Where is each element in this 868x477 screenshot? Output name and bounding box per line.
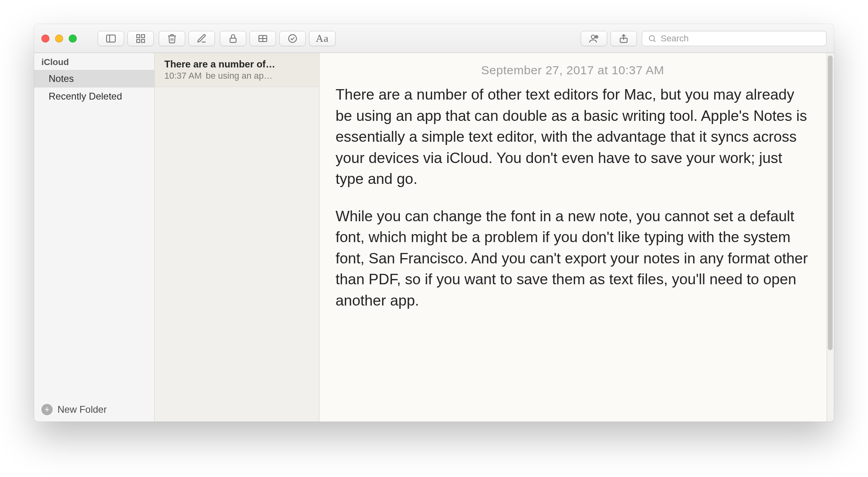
window-body: iCloud Notes Recently Deleted + New Fold… — [34, 53, 834, 422]
note-editor[interactable]: September 27, 2017 at 10:37 AM There are… — [319, 53, 834, 422]
svg-rect-2 — [137, 35, 140, 38]
table-icon — [258, 33, 268, 44]
format-icon: Aa — [316, 33, 329, 45]
share-icon — [618, 33, 629, 44]
sidebar-item-recently-deleted[interactable]: Recently Deleted — [34, 88, 154, 105]
svg-rect-6 — [230, 38, 236, 42]
sidebar-item-label: Notes — [49, 73, 74, 84]
note-item-preview: be using an ap… — [206, 71, 272, 81]
share-button[interactable] — [610, 31, 637, 46]
toolbar-group-note: Aa — [220, 31, 336, 46]
checklist-icon — [287, 33, 298, 44]
search-field[interactable] — [642, 31, 827, 46]
note-paragraph[interactable]: There are a number of other text editors… — [336, 84, 810, 190]
lock-icon — [228, 33, 238, 44]
add-people-button[interactable] — [581, 31, 607, 46]
sidebar-item-label: Recently Deleted — [49, 91, 122, 102]
note-item-time: 10:37 AM — [164, 71, 202, 81]
sidebar-item-notes[interactable]: Notes — [34, 70, 154, 88]
svg-rect-3 — [141, 35, 145, 38]
grid-icon — [135, 33, 146, 44]
sidebar-icon — [106, 33, 116, 44]
note-item-title: There are a number of… — [164, 59, 309, 70]
note-editor-content[interactable]: September 27, 2017 at 10:37 AM There are… — [319, 53, 826, 422]
minimize-button[interactable] — [55, 35, 63, 43]
plus-circle-icon: + — [41, 404, 53, 415]
svg-rect-5 — [141, 39, 145, 43]
close-button[interactable] — [41, 35, 49, 43]
new-folder-button[interactable]: + New Folder — [34, 398, 154, 422]
zoom-button[interactable] — [69, 35, 77, 43]
toolbar-group-share — [581, 31, 637, 46]
delete-note-button[interactable] — [159, 31, 185, 46]
svg-point-16 — [649, 35, 655, 41]
checklist-button[interactable] — [279, 31, 306, 46]
trash-icon — [167, 33, 177, 44]
person-add-icon — [589, 33, 599, 44]
folder-sidebar: iCloud Notes Recently Deleted + New Fold… — [34, 53, 155, 422]
svg-point-11 — [592, 35, 595, 39]
note-list-item[interactable]: There are a number of… 10:37 AM be using… — [155, 53, 319, 87]
editor-scrollbar[interactable] — [827, 53, 834, 422]
search-icon — [648, 34, 657, 43]
scrollbar-thumb[interactable] — [828, 55, 833, 350]
note-list: There are a number of… 10:37 AM be using… — [155, 53, 319, 422]
toolbar-group-view — [98, 31, 154, 46]
svg-rect-0 — [106, 35, 115, 42]
notes-window: Aa iCloud No — [34, 24, 834, 422]
new-folder-label: New Folder — [57, 404, 107, 415]
lock-note-button[interactable] — [220, 31, 246, 46]
note-item-meta: 10:37 AM be using an ap… — [164, 71, 309, 81]
note-body[interactable]: There are a number of other text editors… — [336, 84, 810, 311]
sidebar-section-header: iCloud — [34, 53, 154, 70]
svg-line-17 — [654, 40, 655, 42]
compose-icon — [197, 33, 207, 44]
stage: Aa iCloud No — [0, 0, 868, 477]
gallery-view-button[interactable] — [127, 31, 154, 46]
window-controls — [41, 35, 77, 43]
new-note-button[interactable] — [188, 31, 215, 46]
toolbar-group-edit — [159, 31, 215, 46]
format-button[interactable]: Aa — [309, 31, 336, 46]
titlebar: Aa — [34, 24, 834, 53]
search-input[interactable] — [661, 33, 821, 44]
table-button[interactable] — [250, 31, 276, 46]
note-paragraph[interactable]: While you can change the font in a new n… — [336, 206, 810, 312]
svg-rect-4 — [137, 39, 140, 43]
note-datetime: September 27, 2017 at 10:37 AM — [336, 53, 810, 84]
svg-point-10 — [289, 35, 297, 43]
toggle-sidebar-button[interactable] — [98, 31, 124, 46]
